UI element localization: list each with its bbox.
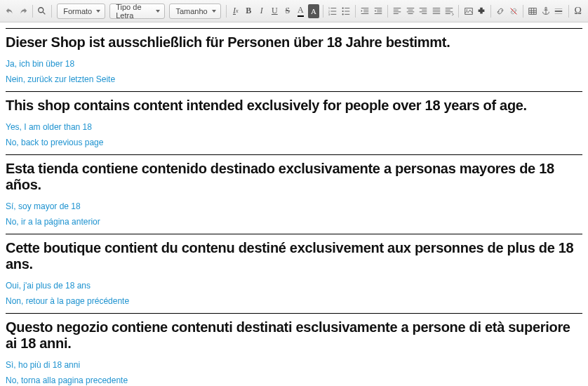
format-dropdown[interactable]: Formato xyxy=(57,4,105,19)
link-icon[interactable] xyxy=(495,4,507,18)
undo-icon[interactable] xyxy=(4,4,16,18)
section-fr: Cette boutique contient du contenu desti… xyxy=(6,234,582,314)
table-icon[interactable] xyxy=(527,4,539,18)
italic-icon[interactable]: I xyxy=(256,4,268,18)
link-yes-it[interactable]: Sì, ho più di 18 anni xyxy=(6,360,582,370)
size-label: Tamanho xyxy=(175,7,207,15)
section-es: Esta tienda contiene contenido destinado… xyxy=(6,155,582,234)
separator xyxy=(32,5,33,18)
link-yes-fr[interactable]: Oui, j'ai plus de 18 ans xyxy=(6,281,582,291)
plugin-icon[interactable] xyxy=(476,4,488,18)
separator xyxy=(523,5,523,18)
bold-icon[interactable]: B xyxy=(243,4,255,18)
search-icon[interactable] xyxy=(36,4,48,18)
ordered-list-icon[interactable]: 123 xyxy=(327,4,339,18)
font-label: Tipo de Letra xyxy=(116,3,152,20)
chevron-down-icon xyxy=(212,10,216,13)
link-no-en[interactable]: No, back to previous page xyxy=(6,138,582,147)
link-yes-en[interactable]: Yes, I am older than 18 xyxy=(6,122,582,132)
bg-color-icon[interactable]: A xyxy=(308,4,320,18)
separator xyxy=(490,5,491,18)
svg-text:2: 2 xyxy=(328,10,330,13)
chevron-down-icon xyxy=(156,10,160,13)
separator xyxy=(355,5,356,18)
format-label: Formato xyxy=(63,7,92,15)
text-color-icon[interactable]: A xyxy=(295,4,307,18)
heading-it: Questo negozio contiene contenuti destin… xyxy=(6,319,582,352)
font-dropdown[interactable]: Tipo de Letra xyxy=(109,4,165,19)
separator xyxy=(51,5,52,18)
size-dropdown[interactable]: Tamanho xyxy=(169,4,220,19)
section-de: Dieser Shop ist ausschließlich für Perso… xyxy=(6,28,582,92)
svg-text:3: 3 xyxy=(328,13,330,16)
link-no-fr[interactable]: Non, retour à la page précédente xyxy=(6,296,582,306)
svg-point-0 xyxy=(39,7,44,12)
editor-content[interactable]: Dieser Shop ist ausschließlich für Perso… xyxy=(0,22,588,386)
heading-fr: Cette boutique contient du contenu desti… xyxy=(6,240,582,272)
link-yes-de[interactable]: Ja, ich bin über 18 xyxy=(6,59,582,69)
separator xyxy=(458,5,459,18)
link-yes-es[interactable]: Sí, soy mayor de 18 xyxy=(6,201,582,211)
link-no-es[interactable]: No, ir a la página anterior xyxy=(6,217,582,227)
hr-icon[interactable] xyxy=(553,4,565,18)
align-left-icon[interactable] xyxy=(392,4,403,18)
unlink-icon[interactable] xyxy=(508,4,520,18)
section-it: Questo negozio contiene contenuti destin… xyxy=(6,314,582,386)
separator xyxy=(387,5,388,18)
outdent-icon[interactable] xyxy=(359,4,371,18)
svg-rect-45 xyxy=(529,8,537,14)
svg-point-10 xyxy=(342,10,343,11)
section-en: This shop contains content intended excl… xyxy=(6,92,582,155)
align-center-icon[interactable] xyxy=(404,4,416,18)
heading-de: Dieser Shop ist ausschließlich für Perso… xyxy=(6,34,582,51)
heading-es: Esta tienda contiene contenido destinado… xyxy=(6,161,582,193)
editor-toolbar: Formato Tipo de Letra Tamanho Ix B I U S… xyxy=(0,0,588,22)
link-no-de[interactable]: Nein, zurück zur letzten Seite xyxy=(6,74,582,84)
svg-point-50 xyxy=(545,7,547,9)
separator xyxy=(226,5,227,18)
anchor-icon[interactable] xyxy=(540,4,552,18)
unordered-list-icon[interactable] xyxy=(340,4,352,18)
image-icon[interactable] xyxy=(462,4,474,18)
align-menu-icon[interactable] xyxy=(443,4,455,18)
align-justify-icon[interactable] xyxy=(430,4,442,18)
omega-icon[interactable]: Ω xyxy=(573,4,584,18)
clear-format-icon[interactable]: Ix xyxy=(229,4,241,18)
redo-icon[interactable] xyxy=(18,4,29,18)
strikethrough-icon[interactable]: S xyxy=(282,4,294,18)
heading-en: This shop contains content intended excl… xyxy=(6,98,582,114)
svg-point-8 xyxy=(342,7,343,8)
separator xyxy=(568,5,569,18)
underline-icon[interactable]: U xyxy=(269,4,281,18)
svg-point-12 xyxy=(342,13,343,15)
svg-line-1 xyxy=(43,11,46,14)
link-no-it[interactable]: No, torna alla pagina precedente xyxy=(6,375,582,385)
indent-icon[interactable] xyxy=(372,4,384,18)
chevron-down-icon xyxy=(96,10,100,13)
svg-text:1: 1 xyxy=(328,7,330,10)
align-right-icon[interactable] xyxy=(417,4,429,18)
svg-point-43 xyxy=(466,9,467,11)
separator xyxy=(323,5,323,18)
